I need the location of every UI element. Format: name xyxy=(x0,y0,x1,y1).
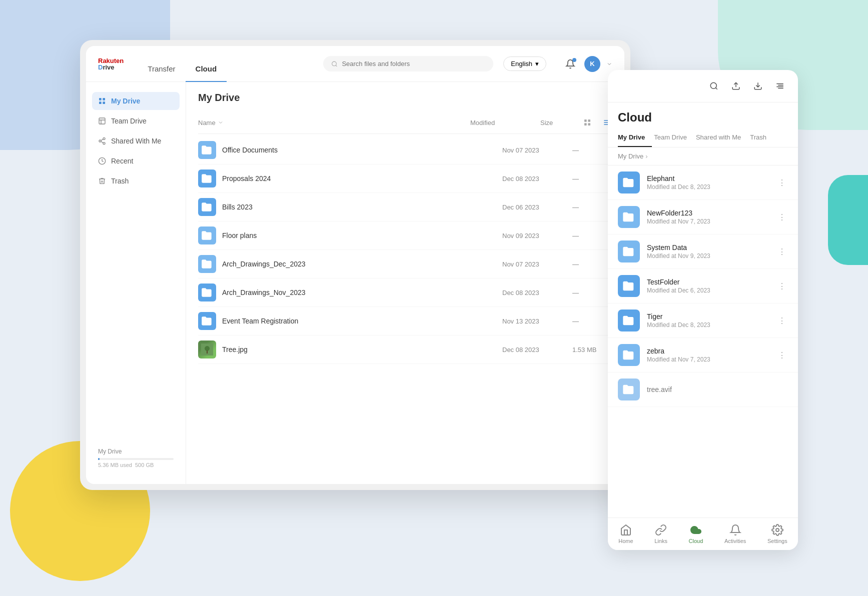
user-avatar[interactable]: K xyxy=(584,56,600,72)
svg-point-8 xyxy=(103,138,105,140)
search-input[interactable] xyxy=(342,60,485,68)
file-name: Tiger xyxy=(647,312,776,320)
list-item[interactable]: Tiger Modified at Dec 8, 2023 ⋮ xyxy=(608,304,798,338)
file-date: Modified at Nov 7, 2023 xyxy=(647,218,776,225)
more-options-button[interactable]: ⋮ xyxy=(776,211,788,223)
file-date: Modified at Dec 8, 2023 xyxy=(647,322,776,328)
list-item[interactable]: TestFolder Modified at Dec 6, 2023 ⋮ xyxy=(608,269,798,304)
rp-tab-trash[interactable]: Trash xyxy=(750,128,773,147)
list-item[interactable]: tree.avif xyxy=(608,372,798,407)
breadcrumb-root[interactable]: My Drive xyxy=(618,152,643,160)
bottom-nav: Home Links Cloud Activities xyxy=(608,518,798,550)
main-content: My Drive Team Drive Shared With Me xyxy=(86,82,624,484)
list-item[interactable]: System Data Modified at Nov 9, 2023 ⋮ xyxy=(608,234,798,269)
rp-tab-shared-with-me[interactable]: Shared with Me xyxy=(696,128,748,147)
storage-bar-background xyxy=(98,458,174,460)
sort-button[interactable] xyxy=(772,78,788,94)
list-item[interactable]: zebra Modified at Nov 7, 2023 ⋮ xyxy=(608,338,798,372)
table-row[interactable]: Tree.jpg Dec 08 2023 1.53 MB xyxy=(198,336,612,364)
right-panel-tabs: My Drive Team Drive Shared with Me Trash xyxy=(608,128,798,148)
nav-links-label: Links xyxy=(654,538,667,544)
svg-point-0 xyxy=(332,62,337,66)
nav-settings[interactable]: Settings xyxy=(767,524,787,544)
nav-home[interactable]: Home xyxy=(618,524,633,544)
table-row[interactable]: Bills 2023 Dec 06 2023 — xyxy=(198,193,612,222)
file-name: Office Documents xyxy=(222,146,502,154)
nav-activities[interactable]: Activities xyxy=(724,524,746,544)
more-options-button[interactable]: ⋮ xyxy=(776,349,788,361)
sidebar-item-trash[interactable]: Trash xyxy=(92,172,180,190)
svg-rect-17 xyxy=(588,123,590,126)
nav-settings-label: Settings xyxy=(767,538,787,544)
svg-rect-3 xyxy=(99,102,102,104)
nav-home-label: Home xyxy=(618,538,633,544)
notification-bell[interactable] xyxy=(562,56,578,72)
file-size: — xyxy=(572,146,612,154)
grid-view-button[interactable] xyxy=(580,116,594,130)
rp-tab-my-drive[interactable]: My Drive xyxy=(618,128,652,147)
file-name: Floor plans xyxy=(222,232,502,240)
sidebar-item-shared-with-me[interactable]: Shared With Me xyxy=(92,132,180,150)
svg-point-25 xyxy=(205,150,207,151)
search-button[interactable] xyxy=(706,78,722,94)
more-options-button[interactable]: ⋮ xyxy=(776,176,788,188)
file-name: Event Team Registration xyxy=(222,317,502,325)
file-size: — xyxy=(572,232,612,240)
column-modified: Modified xyxy=(470,119,540,126)
nav-cloud-label: Cloud xyxy=(689,538,703,544)
file-name: Tree.jpg xyxy=(222,346,502,354)
nav-cloud[interactable]: Cloud xyxy=(689,524,703,544)
search-bar[interactable] xyxy=(323,56,493,72)
file-date: Modified at Dec 8, 2023 xyxy=(647,184,776,190)
grid-icon xyxy=(98,97,106,105)
folder-icon xyxy=(198,198,216,216)
file-name: zebra xyxy=(647,347,776,355)
table-row[interactable]: Proposals 2024 Dec 08 2023 — xyxy=(198,164,612,193)
table-row[interactable]: Office Documents Nov 07 2023 — xyxy=(198,136,612,164)
sidebar-item-recent[interactable]: Recent xyxy=(92,152,180,170)
sidebar-item-team-drive[interactable]: Team Drive xyxy=(92,112,180,130)
nav-links[interactable]: Links xyxy=(654,524,667,544)
chevron-down-icon xyxy=(606,61,612,67)
file-info: Tiger Modified at Dec 8, 2023 xyxy=(647,312,776,328)
svg-point-24 xyxy=(208,148,210,149)
folder-icon xyxy=(618,310,640,332)
team-icon xyxy=(98,117,106,125)
language-button[interactable]: English ▾ xyxy=(503,56,546,71)
table-row[interactable]: Arch_Drawings_Nov_2023 Dec 08 2023 — xyxy=(198,278,612,307)
file-name: TestFolder xyxy=(647,278,776,286)
list-item[interactable]: NewFolder123 Modified at Nov 7, 2023 ⋮ xyxy=(608,200,798,234)
sidebar-item-my-drive[interactable]: My Drive xyxy=(92,92,180,110)
table-row[interactable]: Floor plans Nov 09 2023 — xyxy=(198,222,612,250)
rp-tab-team-drive[interactable]: Team Drive xyxy=(654,128,694,147)
svg-line-12 xyxy=(101,139,104,140)
file-size: — xyxy=(572,175,612,182)
tab-transfer[interactable]: Transfer xyxy=(138,64,185,82)
file-modified: Nov 07 2023 xyxy=(502,146,572,154)
file-name: Proposals 2024 xyxy=(222,174,502,182)
folder-icon xyxy=(618,172,640,194)
list-item[interactable]: Elephant Modified at Dec 8, 2023 ⋮ xyxy=(608,166,798,200)
file-name: NewFolder123 xyxy=(647,209,776,217)
tab-cloud[interactable]: Cloud xyxy=(186,64,227,82)
file-date: Modified at Nov 7, 2023 xyxy=(647,356,776,363)
more-options-button[interactable]: ⋮ xyxy=(776,246,788,258)
more-options-button[interactable]: ⋮ xyxy=(776,314,788,326)
svg-rect-16 xyxy=(584,123,587,126)
more-options-button[interactable]: ⋮ xyxy=(776,280,788,292)
file-size: — xyxy=(572,318,612,325)
link-icon xyxy=(655,524,667,536)
file-info: NewFolder123 Modified at Nov 7, 2023 xyxy=(647,209,776,225)
table-row[interactable]: Event Team Registration Nov 13 2023 — xyxy=(198,307,612,336)
file-name: System Data xyxy=(647,244,776,252)
settings-icon xyxy=(771,524,783,536)
table-row[interactable]: Arch_Drawings_Dec_2023 Nov 07 2023 — xyxy=(198,250,612,278)
search-icon xyxy=(331,60,338,68)
sort-icon xyxy=(218,120,224,126)
upload-folder-button[interactable] xyxy=(728,78,744,94)
svg-point-32 xyxy=(710,82,716,88)
file-date: Modified at Dec 6, 2023 xyxy=(647,287,776,294)
folder-icon xyxy=(198,284,216,302)
download-button[interactable] xyxy=(750,78,766,94)
file-modified: Nov 09 2023 xyxy=(502,232,572,240)
